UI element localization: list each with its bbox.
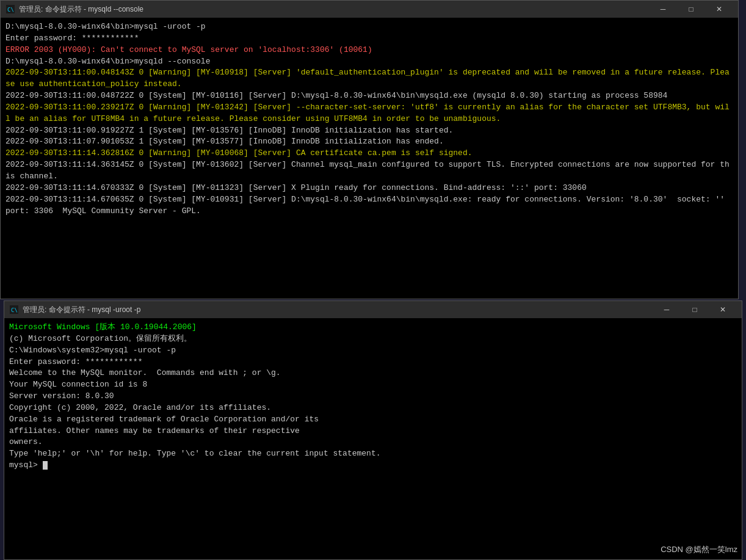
window1: C\ 管理员: 命令提示符 - mysqld --console ─ □ ✕ D…	[0, 0, 739, 299]
console-line: 2022-09-30T13:11:14.670635Z 0 [System] […	[5, 194, 733, 217]
console-line: C:\Windows\system32>mysql -uroot -p	[9, 345, 737, 357]
console-line: Enter password: ************	[5, 33, 733, 45]
window2-titlebar: C\ 管理员: 命令提示符 - mysql -uroot -p ─ □ ✕	[4, 301, 742, 318]
svg-text:C\: C\	[11, 307, 18, 313]
console-line: 2022-09-30T13:11:07.901053Z 1 [System] […	[5, 136, 733, 148]
console-line: D:\mysql-8.0.30-winx64\bin>mysql -uroot …	[5, 21, 733, 33]
console-line: Type 'help;' or '\h' for help. Type '\c'…	[9, 448, 737, 460]
console-line: Welcome to the MySQL monitor. Commands e…	[9, 368, 737, 379]
console-line: (c) Microsoft Corporation。保留所有权利。	[9, 333, 737, 345]
cursor	[43, 461, 48, 470]
window2-minimize-button[interactable]: ─	[653, 301, 681, 318]
window1-titlebar: C\ 管理员: 命令提示符 - mysqld --console ─ □ ✕	[1, 1, 738, 18]
console-line: 2022-09-30T13:11:14.362816Z 0 [Warning] …	[5, 148, 733, 159]
window2-console-body: Microsoft Windows [版本 10.0.19044.2006](c…	[4, 318, 742, 559]
window1-title: 管理员: 命令提示符 - mysqld --console	[19, 4, 649, 15]
window1-close-button[interactable]: ✕	[705, 1, 733, 18]
console-line: 2022-09-30T13:11:14.363145Z 0 [System] […	[5, 159, 733, 183]
console-line: D:\mysql-8.0.30-winx64\bin>mysqld --cons…	[5, 56, 733, 68]
console-line: 2022-09-30T13:11:00.919227Z 1 [System] […	[5, 125, 733, 137]
cmd-icon-2: C\	[9, 305, 19, 315]
watermark: CSDN @嫣然一笑lmz	[661, 544, 737, 555]
window2-title: 管理员: 命令提示符 - mysql -uroot -p	[23, 305, 653, 315]
console-line: mysql>	[9, 460, 737, 471]
svg-text:C\: C\	[7, 7, 14, 13]
console-line: 2022-09-30T13:11:00.239217Z 0 [Warning] …	[5, 102, 733, 125]
window1-controls: ─ □ ✕	[649, 1, 733, 18]
console-line: ERROR 2003 (HY000): Can't connect to MyS…	[5, 45, 733, 56]
console-line: Oracle is a registered trademark of Orac…	[9, 414, 737, 426]
console-line: 2022-09-30T13:11:00.048722Z 0 [System] […	[5, 90, 733, 102]
cmd-icon: C\	[5, 4, 15, 14]
console-line: Enter password: ************	[9, 357, 737, 368]
window2: C\ 管理员: 命令提示符 - mysql -uroot -p ─ □ ✕ Mi…	[4, 300, 742, 560]
console-line: 2022-09-30T13:11:00.048143Z 0 [Warning] …	[5, 67, 733, 90]
console-line: Copyright (c) 2000, 2022, Oracle and/or …	[9, 402, 737, 414]
window2-maximize-button[interactable]: □	[681, 301, 709, 318]
window1-minimize-button[interactable]: ─	[649, 1, 677, 18]
console-line: Microsoft Windows [版本 10.0.19044.2006]	[9, 322, 737, 333]
window1-console-body: D:\mysql-8.0.30-winx64\bin>mysql -uroot …	[1, 18, 738, 299]
window2-close-button[interactable]: ✕	[709, 301, 737, 318]
console-line: 2022-09-30T13:11:14.670333Z 0 [System] […	[5, 183, 733, 194]
window2-controls: ─ □ ✕	[653, 301, 737, 318]
console-line: Server version: 8.0.30	[9, 391, 737, 402]
window1-maximize-button[interactable]: □	[677, 1, 705, 18]
console-line: owners.	[9, 437, 737, 448]
console-line: affiliates. Other names may be trademark…	[9, 426, 737, 437]
console-line: Your MySQL connection id is 8	[9, 379, 737, 391]
